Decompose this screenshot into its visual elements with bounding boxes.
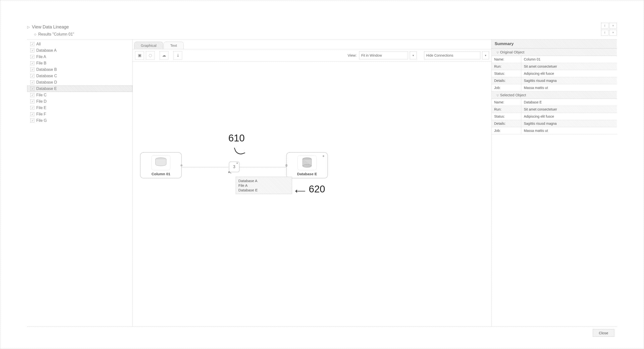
sidebar-item-database-a[interactable]: ✓ Database A <box>27 47 132 54</box>
summary-row: Run:Sit amet consectetuer <box>492 63 617 70</box>
sidebar-item-file-d[interactable]: ✓ File D <box>27 98 132 105</box>
summary-value: Adipiscing elit fusce <box>521 113 617 120</box>
info-button-1[interactable]: i <box>601 23 608 29</box>
sidebar-item-database-b[interactable]: ✓ Database B <box>27 66 132 73</box>
close-button[interactable]: Close <box>593 329 614 337</box>
checkbox-icon[interactable]: ✓ <box>30 119 34 123</box>
graph-edge <box>182 167 228 167</box>
summary-value: Column 01 <box>521 56 617 63</box>
close-button-2[interactable]: × <box>610 30 617 35</box>
summary-row: Status:Adipiscing elit fusce <box>492 70 617 77</box>
checkbox-icon[interactable]: ✓ <box>30 87 34 91</box>
checkbox-icon[interactable]: ✓ <box>30 106 34 110</box>
checkbox-icon[interactable]: ✓ <box>30 55 34 59</box>
summary-value: Adipiscing elit fusce <box>521 70 617 77</box>
view-select[interactable]: Fit in Window <box>359 51 408 59</box>
sidebar-item-database-e[interactable]: ✓ Database E <box>27 85 132 92</box>
window-title: View Data Lineage <box>32 24 69 30</box>
tooltip-item: File A <box>238 183 290 188</box>
checkbox-icon[interactable]: ✓ <box>30 74 34 78</box>
summary-row: Job:Massa mattis ut <box>492 127 617 134</box>
summary-row: Name:Database E <box>492 99 617 106</box>
summary-original-heading[interactable]: Original Object <box>492 48 617 56</box>
info-button-2[interactable]: i <box>601 30 608 35</box>
summary-key: Details: <box>492 120 521 127</box>
hop-count: 3 <box>233 165 236 169</box>
expand-icon: ▷ <box>27 25 30 29</box>
summary-row: Status:Adipiscing elit fusce <box>492 113 617 120</box>
sidebar-item-file-b[interactable]: ✓ File B <box>27 60 132 66</box>
summary-value: Sagittis risusd magna <box>521 120 617 127</box>
checkbox-icon[interactable]: ✓ <box>30 68 34 71</box>
sidebar-item-file-a[interactable]: ✓ File A <box>27 54 132 60</box>
tab-text[interactable]: Text <box>164 42 184 49</box>
sidebar-item-label: Database E <box>36 86 57 91</box>
summary-value: Sagittis risusd magna <box>521 77 617 84</box>
callout-label-620: 620 <box>309 184 325 195</box>
node-label: Column 01 <box>142 172 180 176</box>
summary-key: Status: <box>492 113 521 120</box>
checkbox-icon[interactable]: ✓ <box>30 112 34 116</box>
sidebar-item-label: All <box>36 42 41 46</box>
sidebar-item-file-c[interactable]: ✓ File C <box>27 92 132 98</box>
summary-key: Name: <box>492 99 521 106</box>
hop-tooltip: Database A File A Database E <box>236 177 292 194</box>
graph-edge <box>240 167 286 167</box>
checkbox-icon[interactable]: ✓ <box>30 93 34 97</box>
checkbox-icon[interactable]: ✓ <box>30 99 34 103</box>
sidebar-item-label: Database D <box>36 80 57 84</box>
toolbar-button-3[interactable]: ☁ <box>160 51 168 59</box>
star-icon: ✦ <box>322 154 325 158</box>
summary-title: Summary <box>492 39 617 48</box>
result-icon: ◇ <box>34 32 36 36</box>
sidebar-item-label: File E <box>36 106 46 110</box>
tooltip-item: Database A <box>238 178 290 183</box>
tab-graphical[interactable]: Graphical <box>134 42 163 49</box>
sidebar-item-label: File A <box>36 55 46 59</box>
summary-row: Details:Sagittis risusd magna <box>492 77 617 84</box>
sidebar-item-file-f[interactable]: ✓ File F <box>27 111 132 117</box>
close-button-1[interactable]: × <box>610 23 617 29</box>
sidebar-item-label: File D <box>36 99 46 104</box>
graph-node-database-e[interactable]: ✦ Database E <box>286 152 328 178</box>
node-label: Database E <box>288 172 326 176</box>
view-label: View: <box>348 53 356 57</box>
results-subtitle: Results "Column 01" <box>38 32 74 36</box>
sidebar: ✓ All ✓ Database A ✓ File A ✓ File B ✓ D… <box>27 39 133 327</box>
checkbox-icon[interactable]: ✓ <box>30 61 34 65</box>
summary-selected-heading[interactable]: Selected Object <box>492 91 617 99</box>
toolbar-button-4[interactable]: ⤓ <box>174 51 182 59</box>
sidebar-item-all[interactable]: ✓ All <box>27 41 132 47</box>
summary-key: Run: <box>492 63 521 70</box>
tooltip-item: Database E <box>238 188 290 192</box>
summary-value: Database E <box>521 99 617 106</box>
body: ✓ All ✓ Database A ✓ File A ✓ File B ✓ D… <box>27 39 617 327</box>
database-icon <box>298 155 316 170</box>
hide-connections-select[interactable]: Hide Connections <box>424 51 480 59</box>
tab-bar: Graphical Text <box>133 39 492 49</box>
graph-node-column-01[interactable]: Column 01 <box>140 152 182 178</box>
column-icon <box>151 155 170 170</box>
summary-panel: Summary Original Object Name:Column 01 R… <box>492 39 617 327</box>
sidebar-item-database-d[interactable]: ✓ Database D <box>27 79 132 85</box>
sidebar-item-label: Database B <box>36 67 57 72</box>
app-window: ▷ View Data Lineage ◇ Results "Column 01… <box>0 0 644 349</box>
checkbox-icon[interactable]: ✓ <box>30 42 34 46</box>
summary-row: Run:Sit amet consectetuer <box>492 106 617 113</box>
graph-canvas[interactable]: Column 01 ✦ 3 ↖ ✦ <box>133 61 492 327</box>
toolbar-button-2[interactable]: ◌ <box>146 51 155 59</box>
callout-label-610: 610 <box>228 133 245 144</box>
sidebar-item-file-e[interactable]: ✓ File E <box>27 105 132 111</box>
chevron-down-icon[interactable]: ▾ <box>482 51 489 59</box>
title-bar: ▷ View Data Lineage ◇ Results "Column 01… <box>27 22 617 39</box>
summary-value: Sit amet consectetuer <box>521 106 617 113</box>
sidebar-item-database-c[interactable]: ✓ Database C <box>27 73 132 79</box>
sidebar-item-label: File B <box>36 61 46 65</box>
graph-hop-node[interactable]: ✦ 3 ↖ <box>229 162 240 172</box>
checkbox-icon[interactable]: ✓ <box>30 48 34 52</box>
toolbar-button-1[interactable]: ▣ <box>135 51 144 59</box>
checkbox-icon[interactable]: ✓ <box>30 80 34 84</box>
chevron-down-icon[interactable]: ▾ <box>410 51 417 59</box>
callout-leader <box>234 145 245 156</box>
sidebar-item-file-g[interactable]: ✓ File G <box>27 117 132 124</box>
